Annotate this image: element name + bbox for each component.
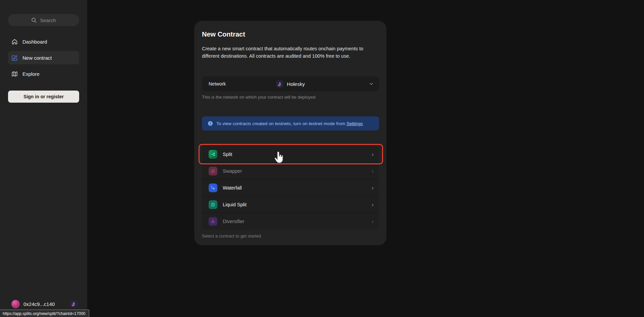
diversifier-icon: [209, 217, 217, 226]
chevron-right-icon: ›: [372, 185, 374, 191]
split-icon: [209, 150, 217, 159]
sidebar-item-new-contract[interactable]: New contract: [8, 51, 79, 64]
account-row[interactable]: 0x24c9...c140: [0, 299, 87, 309]
contract-label: Diversifier: [223, 219, 244, 224]
link-preview-status-bar: https://app.splits.org/new/split/?chainI…: [0, 310, 89, 317]
sidebar-item-label: Dashboard: [22, 39, 47, 45]
liquid-split-icon: [209, 200, 217, 209]
sidebar-item-label: Explore: [22, 71, 40, 77]
holesky-icon: [276, 80, 283, 88]
contract-label: Swapper: [223, 168, 242, 174]
sidebar-nav: Dashboard New contract Explore: [8, 35, 79, 83]
sidebar: Search Dashboard New contract: [0, 0, 87, 317]
contract-row-waterfall[interactable]: Waterfall ›: [202, 179, 379, 196]
settings-link[interactable]: Settings: [346, 121, 363, 126]
modal-title: New Contract: [202, 31, 245, 38]
testnet-info-banner: To view contracts created on testnets, t…: [202, 116, 379, 130]
sidebar-item-dashboard[interactable]: Dashboard: [8, 35, 79, 48]
holesky-icon[interactable]: [70, 300, 78, 308]
avatar[interactable]: [11, 300, 20, 308]
contract-row-liquid-split[interactable]: Liquid Split ›: [202, 196, 379, 213]
network-select[interactable]: Network Holesky: [202, 76, 379, 91]
network-selected-name: Holesky: [287, 81, 305, 87]
contract-label: Liquid Split: [223, 202, 247, 207]
info-icon: [208, 121, 213, 126]
network-value: Holesky: [202, 80, 379, 88]
contract-label: Waterfall: [223, 185, 242, 191]
chevron-right-icon: ›: [372, 218, 374, 224]
network-label: Network: [209, 81, 226, 87]
search-placeholder: Search: [40, 17, 56, 23]
wallet-address: 0x24c9...c140: [23, 301, 55, 307]
status-url: https://app.splits.org/new/split/?chainI…: [3, 311, 86, 316]
waterfall-icon: [209, 183, 217, 192]
search-input[interactable]: Search: [8, 14, 79, 26]
chevron-right-icon: ›: [372, 168, 374, 174]
modal-footer-hint: Select a contract to get started: [202, 233, 261, 239]
sidebar-item-explore[interactable]: Explore: [8, 67, 79, 81]
contract-row-split[interactable]: Split ›: [202, 146, 379, 163]
swapper-icon: [209, 167, 217, 175]
modal-description: Create a new smart contract that automat…: [202, 45, 377, 60]
contract-type-list: Split › Swapper ›: [202, 146, 379, 230]
chevron-right-icon: ›: [372, 202, 374, 208]
banner-text: To view contracts created on testnets, t…: [216, 121, 363, 126]
sidebar-item-label: New contract: [22, 55, 52, 61]
chevron-down-icon: [369, 82, 374, 86]
contract-row-swapper[interactable]: Swapper ›: [202, 163, 379, 179]
chevron-right-icon: ›: [372, 151, 374, 157]
sign-in-button[interactable]: Sign in or register: [8, 91, 79, 103]
network-help-text: This is the network on which your contra…: [202, 95, 315, 100]
new-contract-modal: New Contract Create a new smart contract…: [194, 21, 386, 245]
contract-label: Split: [223, 152, 232, 157]
home-icon: [11, 39, 18, 45]
pencil-icon: [11, 55, 18, 61]
map-icon: [11, 71, 18, 77]
contract-row-diversifier[interactable]: Diversifier ›: [202, 213, 379, 230]
search-icon: [31, 17, 37, 23]
